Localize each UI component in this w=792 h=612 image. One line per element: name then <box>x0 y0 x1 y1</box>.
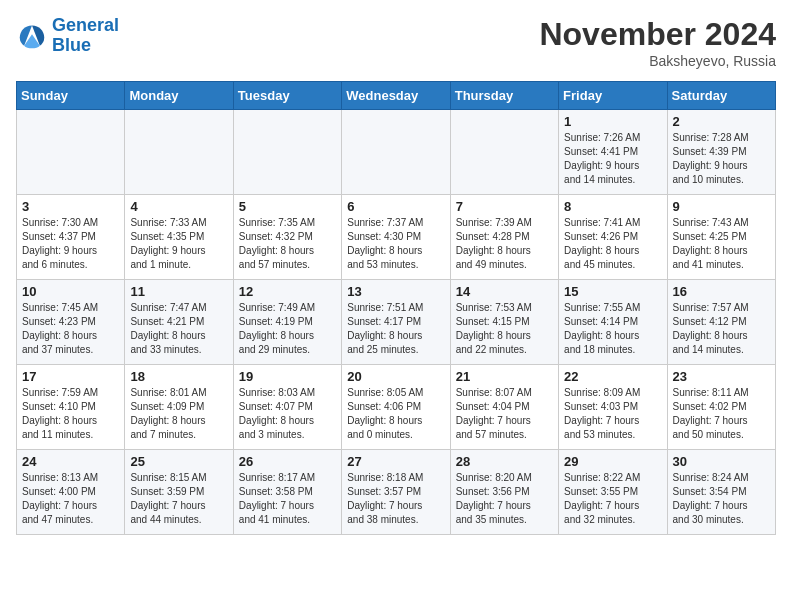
calendar-week-2: 3Sunrise: 7:30 AM Sunset: 4:37 PM Daylig… <box>17 195 776 280</box>
logo-line2: Blue <box>52 35 91 55</box>
logo-text: General Blue <box>52 16 119 56</box>
table-row: 4Sunrise: 7:33 AM Sunset: 4:35 PM Daylig… <box>125 195 233 280</box>
day-number: 10 <box>22 284 119 299</box>
day-info: Sunrise: 7:26 AM Sunset: 4:41 PM Dayligh… <box>564 131 661 187</box>
table-row: 3Sunrise: 7:30 AM Sunset: 4:37 PM Daylig… <box>17 195 125 280</box>
table-row: 28Sunrise: 8:20 AM Sunset: 3:56 PM Dayli… <box>450 450 558 535</box>
table-row: 7Sunrise: 7:39 AM Sunset: 4:28 PM Daylig… <box>450 195 558 280</box>
table-row: 9Sunrise: 7:43 AM Sunset: 4:25 PM Daylig… <box>667 195 775 280</box>
day-info: Sunrise: 8:13 AM Sunset: 4:00 PM Dayligh… <box>22 471 119 527</box>
day-number: 26 <box>239 454 336 469</box>
day-number: 13 <box>347 284 444 299</box>
day-number: 5 <box>239 199 336 214</box>
table-row: 20Sunrise: 8:05 AM Sunset: 4:06 PM Dayli… <box>342 365 450 450</box>
table-row <box>450 110 558 195</box>
table-row <box>17 110 125 195</box>
table-row: 15Sunrise: 7:55 AM Sunset: 4:14 PM Dayli… <box>559 280 667 365</box>
logo-line1: General <box>52 15 119 35</box>
day-info: Sunrise: 8:24 AM Sunset: 3:54 PM Dayligh… <box>673 471 770 527</box>
day-number: 29 <box>564 454 661 469</box>
day-number: 23 <box>673 369 770 384</box>
day-number: 20 <box>347 369 444 384</box>
day-number: 12 <box>239 284 336 299</box>
day-header-tuesday: Tuesday <box>233 82 341 110</box>
day-info: Sunrise: 8:15 AM Sunset: 3:59 PM Dayligh… <box>130 471 227 527</box>
calendar-table: SundayMondayTuesdayWednesdayThursdayFrid… <box>16 81 776 535</box>
day-number: 28 <box>456 454 553 469</box>
table-row: 24Sunrise: 8:13 AM Sunset: 4:00 PM Dayli… <box>17 450 125 535</box>
day-info: Sunrise: 7:33 AM Sunset: 4:35 PM Dayligh… <box>130 216 227 272</box>
day-info: Sunrise: 8:18 AM Sunset: 3:57 PM Dayligh… <box>347 471 444 527</box>
calendar-week-1: 1Sunrise: 7:26 AM Sunset: 4:41 PM Daylig… <box>17 110 776 195</box>
header-row: SundayMondayTuesdayWednesdayThursdayFrid… <box>17 82 776 110</box>
day-info: Sunrise: 7:28 AM Sunset: 4:39 PM Dayligh… <box>673 131 770 187</box>
day-number: 4 <box>130 199 227 214</box>
day-info: Sunrise: 8:09 AM Sunset: 4:03 PM Dayligh… <box>564 386 661 442</box>
table-row: 27Sunrise: 8:18 AM Sunset: 3:57 PM Dayli… <box>342 450 450 535</box>
day-info: Sunrise: 7:51 AM Sunset: 4:17 PM Dayligh… <box>347 301 444 357</box>
table-row: 21Sunrise: 8:07 AM Sunset: 4:04 PM Dayli… <box>450 365 558 450</box>
day-info: Sunrise: 7:37 AM Sunset: 4:30 PM Dayligh… <box>347 216 444 272</box>
day-info: Sunrise: 8:20 AM Sunset: 3:56 PM Dayligh… <box>456 471 553 527</box>
table-row: 29Sunrise: 8:22 AM Sunset: 3:55 PM Dayli… <box>559 450 667 535</box>
day-info: Sunrise: 7:59 AM Sunset: 4:10 PM Dayligh… <box>22 386 119 442</box>
day-header-monday: Monday <box>125 82 233 110</box>
table-row: 13Sunrise: 7:51 AM Sunset: 4:17 PM Dayli… <box>342 280 450 365</box>
day-number: 19 <box>239 369 336 384</box>
table-row: 6Sunrise: 7:37 AM Sunset: 4:30 PM Daylig… <box>342 195 450 280</box>
day-number: 22 <box>564 369 661 384</box>
page-header: General Blue November 2024 Baksheyevo, R… <box>16 16 776 69</box>
table-row <box>233 110 341 195</box>
day-number: 3 <box>22 199 119 214</box>
table-row: 25Sunrise: 8:15 AM Sunset: 3:59 PM Dayli… <box>125 450 233 535</box>
day-number: 16 <box>673 284 770 299</box>
day-info: Sunrise: 7:49 AM Sunset: 4:19 PM Dayligh… <box>239 301 336 357</box>
table-row: 2Sunrise: 7:28 AM Sunset: 4:39 PM Daylig… <box>667 110 775 195</box>
day-number: 17 <box>22 369 119 384</box>
table-row: 1Sunrise: 7:26 AM Sunset: 4:41 PM Daylig… <box>559 110 667 195</box>
day-number: 6 <box>347 199 444 214</box>
day-info: Sunrise: 7:30 AM Sunset: 4:37 PM Dayligh… <box>22 216 119 272</box>
day-header-friday: Friday <box>559 82 667 110</box>
table-row: 17Sunrise: 7:59 AM Sunset: 4:10 PM Dayli… <box>17 365 125 450</box>
day-number: 27 <box>347 454 444 469</box>
day-number: 2 <box>673 114 770 129</box>
table-row: 22Sunrise: 8:09 AM Sunset: 4:03 PM Dayli… <box>559 365 667 450</box>
table-row: 12Sunrise: 7:49 AM Sunset: 4:19 PM Dayli… <box>233 280 341 365</box>
table-row: 16Sunrise: 7:57 AM Sunset: 4:12 PM Dayli… <box>667 280 775 365</box>
day-number: 11 <box>130 284 227 299</box>
day-info: Sunrise: 7:39 AM Sunset: 4:28 PM Dayligh… <box>456 216 553 272</box>
day-info: Sunrise: 8:05 AM Sunset: 4:06 PM Dayligh… <box>347 386 444 442</box>
day-info: Sunrise: 8:22 AM Sunset: 3:55 PM Dayligh… <box>564 471 661 527</box>
table-row <box>342 110 450 195</box>
day-info: Sunrise: 7:35 AM Sunset: 4:32 PM Dayligh… <box>239 216 336 272</box>
calendar-week-4: 17Sunrise: 7:59 AM Sunset: 4:10 PM Dayli… <box>17 365 776 450</box>
day-number: 25 <box>130 454 227 469</box>
day-info: Sunrise: 8:11 AM Sunset: 4:02 PM Dayligh… <box>673 386 770 442</box>
day-info: Sunrise: 7:45 AM Sunset: 4:23 PM Dayligh… <box>22 301 119 357</box>
day-number: 8 <box>564 199 661 214</box>
table-row: 23Sunrise: 8:11 AM Sunset: 4:02 PM Dayli… <box>667 365 775 450</box>
day-info: Sunrise: 7:57 AM Sunset: 4:12 PM Dayligh… <box>673 301 770 357</box>
day-header-wednesday: Wednesday <box>342 82 450 110</box>
calendar-week-5: 24Sunrise: 8:13 AM Sunset: 4:00 PM Dayli… <box>17 450 776 535</box>
day-info: Sunrise: 8:03 AM Sunset: 4:07 PM Dayligh… <box>239 386 336 442</box>
table-row <box>125 110 233 195</box>
title-block: November 2024 Baksheyevo, Russia <box>539 16 776 69</box>
table-row: 11Sunrise: 7:47 AM Sunset: 4:21 PM Dayli… <box>125 280 233 365</box>
day-info: Sunrise: 8:17 AM Sunset: 3:58 PM Dayligh… <box>239 471 336 527</box>
logo: General Blue <box>16 16 119 56</box>
month-title: November 2024 <box>539 16 776 53</box>
table-row: 8Sunrise: 7:41 AM Sunset: 4:26 PM Daylig… <box>559 195 667 280</box>
day-info: Sunrise: 7:47 AM Sunset: 4:21 PM Dayligh… <box>130 301 227 357</box>
day-number: 21 <box>456 369 553 384</box>
day-header-sunday: Sunday <box>17 82 125 110</box>
table-row: 10Sunrise: 7:45 AM Sunset: 4:23 PM Dayli… <box>17 280 125 365</box>
day-info: Sunrise: 8:07 AM Sunset: 4:04 PM Dayligh… <box>456 386 553 442</box>
day-header-thursday: Thursday <box>450 82 558 110</box>
day-header-saturday: Saturday <box>667 82 775 110</box>
day-number: 9 <box>673 199 770 214</box>
table-row: 14Sunrise: 7:53 AM Sunset: 4:15 PM Dayli… <box>450 280 558 365</box>
day-number: 18 <box>130 369 227 384</box>
day-number: 24 <box>22 454 119 469</box>
